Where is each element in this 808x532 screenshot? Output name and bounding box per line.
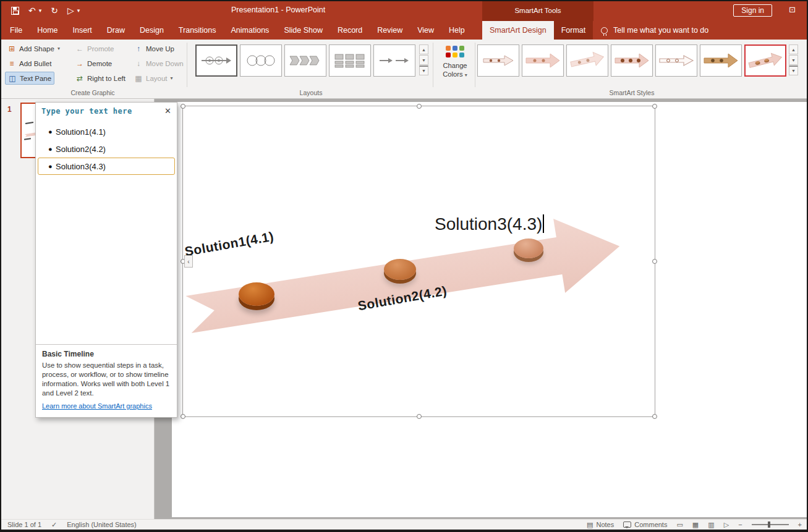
slide-editing-surface[interactable]: Solution1(4.1) Solution2(4.2) Solution3(… (172, 102, 808, 517)
editing-canvas: Solution1(4.1) Solution2(4.2) Solution3(… (155, 99, 808, 519)
add-bullet-button[interactable]: ≡ Add Bullet (5, 57, 54, 70)
group-label-create-graphic: Create Graphic (25, 89, 161, 96)
bullet-icon: ● (48, 145, 53, 153)
smartart-style-perspective[interactable] (566, 44, 608, 77)
redo-icon[interactable]: ↻ (51, 6, 58, 15)
layout-thumb-circle-process[interactable] (240, 44, 282, 77)
chevron-down-icon: ▾ (57, 46, 60, 51)
ribbon-display-options-icon[interactable]: ⊡ (789, 5, 796, 14)
layout-button: ▦ Layout ▾ (132, 72, 176, 85)
add-shape-button[interactable]: ⊞ Add Shape ▾ (5, 42, 62, 55)
layout-thumb-chevron-process[interactable] (284, 44, 326, 77)
close-icon[interactable]: ✕ (164, 106, 171, 116)
text-pane-item-2[interactable]: ●Solution2(4.2) (38, 140, 175, 158)
zoom-in-icon[interactable]: + (798, 521, 802, 528)
tab-review[interactable]: Review (370, 21, 410, 40)
smartart-style-birds-eye-selected[interactable] (744, 44, 786, 77)
move-up-icon: ↑ (134, 44, 143, 53)
gallery-scroll-up-icon[interactable]: ▲ (789, 44, 798, 54)
customize-qat-icon[interactable]: ▾ (77, 7, 80, 14)
resize-handle-bottom-right[interactable] (652, 414, 657, 419)
layout-thumb-staggered-process[interactable] (329, 44, 371, 77)
proofing-icon[interactable]: ✓ (51, 521, 57, 529)
normal-view-icon[interactable]: ▭ (676, 521, 683, 529)
slide-number: 1 (7, 105, 12, 114)
smartart-style-simple[interactable] (477, 44, 519, 77)
text-pane-toggle[interactable]: ‹ (184, 255, 193, 268)
status-bar: Slide 1 of 1 ✓ English (United States) ▤… (0, 519, 808, 530)
gallery-more-icon[interactable]: ▼ (789, 65, 798, 75)
smartart-style-outline[interactable] (655, 44, 697, 77)
resize-handle-bottom-left[interactable] (181, 414, 185, 419)
gallery-scroll-down-icon[interactable]: ▼ (419, 55, 428, 65)
gallery-scroll-down-icon[interactable]: ▼ (789, 55, 798, 65)
zoom-out-icon[interactable]: − (738, 521, 742, 528)
learn-more-link[interactable]: Learn more about SmartArt graphics (42, 402, 152, 411)
resize-handle-middle-right[interactable] (652, 259, 657, 264)
resize-handle-top-right[interactable] (652, 104, 657, 109)
reading-view-icon[interactable]: ▥ (708, 521, 714, 529)
smartart-style-metallic[interactable] (700, 44, 742, 77)
chevron-down-icon: ▾ (465, 72, 467, 78)
smartart-selection-frame: ‹ (182, 106, 655, 417)
comments-icon (623, 521, 631, 528)
demote-button[interactable]: → Demote (73, 57, 114, 70)
start-slideshow-icon[interactable]: ▷ (67, 6, 74, 15)
smartart-style-subtle[interactable] (522, 44, 564, 77)
move-up-button[interactable]: ↑ Move Up (132, 42, 177, 55)
tab-home[interactable]: Home (30, 21, 65, 40)
gallery-more-icon[interactable]: ▼ (419, 65, 428, 75)
slide-indicator[interactable]: Slide 1 of 1 (7, 521, 41, 528)
comments-button[interactable]: Comments (623, 521, 667, 528)
tab-slide-show[interactable]: Slide Show (276, 21, 330, 40)
tab-view[interactable]: View (410, 21, 441, 40)
tab-record[interactable]: Record (330, 21, 370, 40)
text-pane-item-1[interactable]: ●Solution1(4.1) (38, 123, 175, 140)
window-bottom-edge (0, 530, 808, 532)
tell-me-box[interactable]: Tell me what you want to do (601, 21, 708, 40)
layout-thumb-basic-timeline[interactable] (195, 44, 237, 77)
tab-format[interactable]: Format (554, 21, 593, 40)
language-indicator[interactable]: English (United States) (67, 521, 137, 528)
promote-icon: ← (75, 44, 84, 53)
zoom-slider-thumb[interactable] (768, 521, 770, 528)
undo-icon[interactable]: ↶ (28, 6, 36, 15)
tab-design[interactable]: Design (132, 21, 171, 40)
smartart-style-moderate[interactable] (611, 44, 653, 77)
zoom-slider[interactable] (752, 524, 789, 525)
text-pane-window: Type your text here ✕ ●Solution1(4.1) ●S… (35, 102, 177, 418)
resize-handle-top-middle[interactable] (417, 104, 422, 109)
slide-sorter-view-icon[interactable]: ▦ (692, 521, 699, 529)
tab-animations[interactable]: Animations (224, 21, 277, 40)
chevron-down-icon: ▾ (171, 75, 173, 81)
sign-in-button[interactable]: Sign in (733, 4, 772, 17)
tab-help[interactable]: Help (441, 21, 472, 40)
right-to-left-button[interactable]: ⇄ Right to Left (73, 72, 128, 85)
slideshow-view-icon[interactable]: ▷ (724, 521, 729, 529)
text-pane-list: ●Solution1(4.1) ●Solution2(4.2) ●Solutio… (36, 119, 177, 344)
resize-handle-bottom-middle[interactable] (417, 414, 422, 419)
lightbulb-icon (601, 27, 608, 34)
notes-button[interactable]: ▤ Notes (587, 521, 614, 529)
resize-handle-top-left[interactable] (181, 104, 185, 109)
workspace: 1 Solution1(4.1) Solution2(4.2) Solution… (0, 99, 808, 519)
text-pane-item-3-selected[interactable]: ●Solution3(4.3) (38, 158, 175, 175)
thumb-text-mark (25, 122, 33, 124)
layout-description: Use to show sequential steps in a task, … (42, 361, 171, 398)
tab-draw[interactable]: Draw (100, 21, 132, 40)
tab-transitions[interactable]: Transitions (171, 21, 224, 40)
layout-thumb-arrow-list[interactable] (373, 44, 415, 77)
layout-name: Basic Timeline (42, 350, 171, 360)
layout-icon: ▦ (134, 74, 143, 83)
change-colors-button[interactable]: Change Colors ▾ (436, 43, 474, 90)
tab-file[interactable]: File (2, 21, 30, 40)
gallery-scroll-up-icon[interactable]: ▲ (419, 44, 428, 54)
tab-insert[interactable]: Insert (66, 21, 100, 40)
group-divider (475, 43, 475, 87)
right-to-left-icon: ⇄ (75, 74, 84, 83)
tab-smartart-design[interactable]: SmartArt Design (482, 21, 554, 40)
undo-dropdown-icon[interactable]: ▾ (39, 7, 42, 14)
text-pane-button[interactable]: ◫ Text Pane (5, 72, 54, 85)
bullet-icon: ● (48, 163, 53, 170)
save-icon[interactable] (11, 7, 19, 15)
